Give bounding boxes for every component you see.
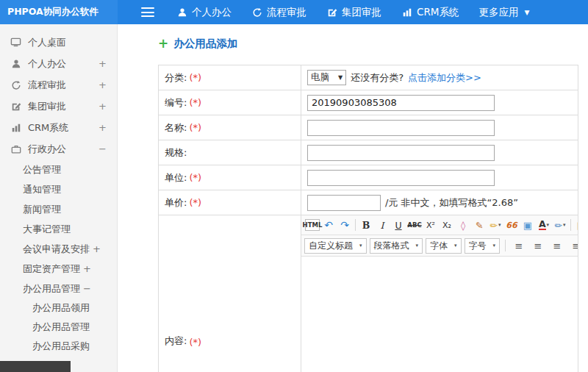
nav-item-group-approval[interactable]: 集团审批 bbox=[326, 6, 381, 19]
sidebar-item-label: 集团审批 bbox=[28, 100, 66, 113]
price-input[interactable] bbox=[307, 195, 381, 211]
strikethrough-button[interactable]: ABC bbox=[407, 218, 422, 232]
caret-down-icon: ▾ bbox=[563, 222, 566, 228]
align-right-icon[interactable]: ≡ bbox=[550, 238, 564, 253]
sidebar-item-admin-office[interactable]: 行政办公 − bbox=[0, 138, 117, 160]
editor-content-area[interactable] bbox=[301, 257, 578, 372]
sidebar-item-label: 流程审批 bbox=[28, 79, 66, 92]
sidebar-item-label: 个人办公 bbox=[28, 57, 66, 71]
paragraph-format-select[interactable]: 段落格式 ▾ bbox=[370, 238, 423, 254]
insert-image-icon[interactable]: ▣ bbox=[520, 218, 535, 232]
collapse-toggle[interactable]: − bbox=[98, 143, 107, 154]
spec-input[interactable] bbox=[307, 145, 495, 161]
format-brush-icon[interactable]: ✎ bbox=[472, 218, 487, 232]
underline-button[interactable]: U bbox=[391, 218, 406, 232]
expand-toggle[interactable]: + bbox=[93, 243, 101, 254]
required-mark: (*) bbox=[189, 337, 201, 348]
undo-button[interactable]: ↶ bbox=[321, 218, 336, 232]
add-category-link[interactable]: 点击添加分类>> bbox=[408, 71, 481, 85]
insert-table-icon[interactable]: ▦ bbox=[574, 218, 578, 232]
expand-toggle[interactable]: + bbox=[98, 101, 107, 112]
align-justify-icon[interactable]: ≡ bbox=[569, 238, 578, 253]
font-size-select[interactable]: 字号 ▾ bbox=[465, 238, 501, 254]
redo-button[interactable]: ↷ bbox=[337, 218, 352, 232]
name-label: 名称: (*) bbox=[159, 115, 301, 140]
bold-button[interactable]: B bbox=[359, 218, 373, 232]
nav-item-more-apps[interactable]: 更多应用 ▼ bbox=[478, 6, 529, 19]
align-center-icon[interactable]: ≡ bbox=[531, 238, 545, 253]
required-mark: (*) bbox=[189, 97, 201, 108]
expand-toggle[interactable]: + bbox=[98, 58, 107, 69]
superscript-button[interactable]: X² bbox=[423, 218, 438, 232]
sidebar-subitem-meeting[interactable]: 会议申请及安排 + bbox=[0, 239, 117, 259]
unit-label: 单位: (*) bbox=[159, 165, 301, 190]
font-color-button[interactable]: A ▾ bbox=[537, 218, 551, 232]
form-row-category: 分类: (*) 电脑 ▼ 还没有分类? 点击添加分类>> bbox=[159, 65, 578, 90]
price-suffix: /元 非中文，如填写格式“2.68” bbox=[385, 196, 518, 210]
unit-input[interactable] bbox=[307, 170, 495, 186]
sidebar-subsubitem-supplies-requisition[interactable]: 办公用品领用 bbox=[0, 298, 117, 318]
top-navbar: PHPOA协同办公软件 个人办公 流程审批 集团审批 CRM系统 更多应用 ▼ bbox=[0, 0, 588, 24]
bar-chart-icon bbox=[10, 122, 21, 133]
required-mark: (*) bbox=[189, 172, 201, 183]
code-input[interactable] bbox=[307, 95, 495, 111]
toolbar-separator bbox=[505, 240, 506, 251]
sidebar-item-crm[interactable]: CRM系统 + bbox=[0, 117, 117, 138]
category-select-value: 电脑 bbox=[311, 71, 329, 84]
toolbar-separator bbox=[355, 219, 356, 231]
subscript-button[interactable]: X₂ bbox=[440, 218, 454, 232]
sidebar-subitem-news[interactable]: 新闻管理 bbox=[0, 199, 117, 219]
required-mark: (*) bbox=[189, 122, 201, 133]
font-family-select[interactable]: 字体 ▾ bbox=[426, 238, 462, 254]
desktop-icon bbox=[10, 37, 21, 48]
rich-text-editor: HTML ↶ ↷ B I U ABC X² X₂ ◊ ✎ ✏ bbox=[301, 215, 578, 372]
expand-toggle[interactable]: + bbox=[83, 263, 91, 274]
sidebar-item-group-approval[interactable]: 集团审批 + bbox=[0, 96, 117, 117]
form-row-name: 名称: (*) bbox=[159, 115, 578, 140]
code-label: 编号: (*) bbox=[159, 90, 301, 115]
sidebar-item-personal-desktop[interactable]: 个人桌面 bbox=[0, 32, 117, 53]
content-label: 内容: (*) bbox=[159, 215, 301, 372]
expand-toggle[interactable]: + bbox=[98, 79, 107, 90]
collapse-toggle[interactable]: − bbox=[83, 283, 91, 294]
sidebar-subitem-label: 办公用品管理 bbox=[23, 282, 80, 296]
sidebar-bottom-partial-item bbox=[0, 361, 71, 372]
main-content: + 办公用品添加 分类: (*) 电脑 ▼ 还没有分类? 点击添加分类>> 编号… bbox=[118, 24, 588, 372]
sidebar-subitem-notification[interactable]: 通知管理 bbox=[0, 179, 117, 199]
spec-label: 规格: bbox=[159, 140, 301, 165]
sidebar-subsubitem-supplies-purchase[interactable]: 办公用品采购 bbox=[0, 337, 117, 356]
sidebar-subitem-events[interactable]: 大事记管理 bbox=[0, 219, 117, 239]
nav-item-personal-office[interactable]: 个人办公 bbox=[176, 6, 232, 19]
sidebar-subitem-label: 通知管理 bbox=[23, 183, 61, 196]
sidebar-subitem-label: 大事记管理 bbox=[23, 223, 71, 236]
sidebar-subsubitem-supplies-management[interactable]: 办公用品管理 bbox=[0, 318, 117, 337]
sidebar-item-personal-office[interactable]: 个人办公 + bbox=[0, 53, 117, 74]
bar-chart-icon bbox=[401, 7, 412, 18]
italic-button[interactable]: I bbox=[375, 218, 390, 232]
caret-down-icon: ▾ bbox=[416, 243, 419, 248]
refresh-flow-icon bbox=[10, 79, 21, 90]
sidebar-subitem-label: 办公用品管理 bbox=[32, 321, 90, 334]
html-source-button[interactable]: HTML bbox=[305, 219, 320, 231]
name-input[interactable] bbox=[307, 120, 495, 136]
highlighter-icon[interactable]: ✏ ▾ bbox=[488, 218, 503, 232]
sidebar-subitem-office-supplies[interactable]: 办公用品管理 − bbox=[0, 279, 117, 298]
add-supplies-form: 分类: (*) 电脑 ▼ 还没有分类? 点击添加分类>> 编号: (*) bbox=[158, 65, 578, 372]
remove-format-icon[interactable]: ◊ bbox=[456, 218, 470, 232]
category-select[interactable]: 电脑 ▼ bbox=[307, 70, 346, 85]
sidebar-subitem-label: 公告管理 bbox=[23, 163, 61, 176]
align-left-icon[interactable]: ≡ bbox=[512, 238, 526, 253]
caret-down-icon: ▾ bbox=[454, 243, 457, 248]
expand-toggle[interactable]: + bbox=[98, 122, 107, 133]
custom-title-select[interactable]: 自定义标题 ▾ bbox=[304, 238, 367, 254]
sidebar-subitem-label: 固定资产管理 bbox=[23, 262, 80, 276]
sidebar-subitem-fixed-assets[interactable]: 固定资产管理 + bbox=[0, 259, 117, 279]
nav-item-process-approval[interactable]: 流程审批 bbox=[251, 6, 306, 19]
sidebar-subitem-announcement[interactable]: 公告管理 bbox=[0, 160, 117, 179]
category-label: 分类: (*) bbox=[159, 65, 301, 90]
background-color-button[interactable]: ✏ ▾ bbox=[553, 218, 567, 232]
nav-item-crm[interactable]: CRM系统 bbox=[401, 6, 459, 19]
blockquote-button[interactable]: 66 bbox=[504, 218, 519, 232]
sidebar-item-process-approval[interactable]: 流程审批 + bbox=[0, 74, 117, 96]
hamburger-menu-icon[interactable] bbox=[141, 7, 154, 17]
